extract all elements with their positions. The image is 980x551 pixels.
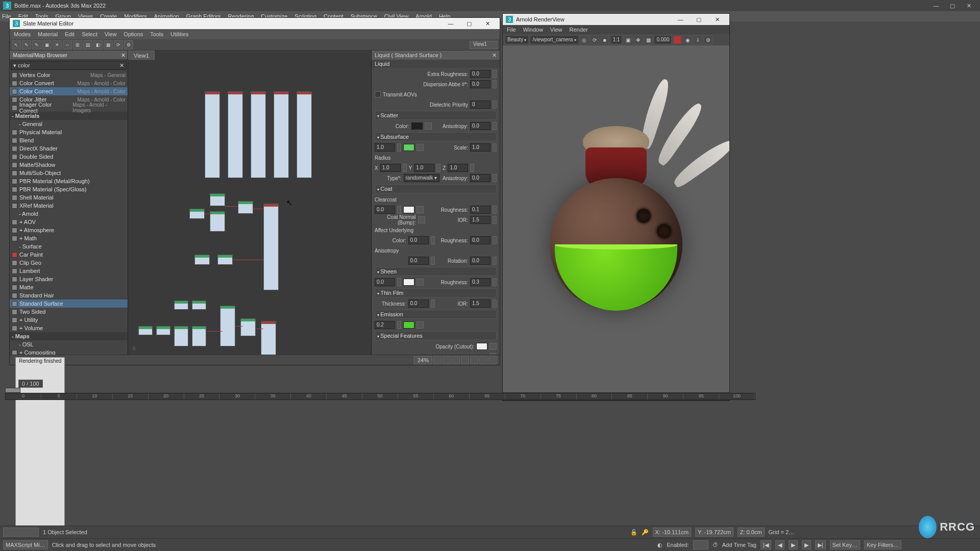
set-key-button[interactable]: Set Key…	[830, 540, 861, 549]
graph-node[interactable]	[263, 204, 279, 290]
maxscript-input[interactable]: MAXScript Mi…	[3, 540, 48, 549]
delete-icon[interactable]: ✕	[53, 40, 62, 49]
enabled-spinner[interactable]	[693, 540, 708, 549]
autokey-toggle[interactable]: ◐	[657, 542, 663, 548]
isolate-icon[interactable]: ▦	[644, 35, 653, 44]
browser-item[interactable]: DirectX Shader	[10, 144, 128, 153]
browser-item[interactable]: + AOV	[10, 218, 128, 226]
graph-node[interactable]	[174, 300, 188, 310]
slate-menu-edit[interactable]: Edit	[65, 31, 75, 37]
browser-item[interactable]: + Atmosphere	[10, 226, 128, 234]
aim-icon[interactable]: ◎	[580, 35, 589, 44]
refresh-icon[interactable]: ⟳	[114, 40, 123, 49]
graph-node[interactable]	[217, 255, 233, 265]
playback-next[interactable]: ▶	[802, 540, 811, 549]
pointer-icon[interactable]: ↖	[12, 40, 21, 49]
key-filters-button[interactable]: Key Filters…	[864, 540, 901, 549]
snapshot-icon[interactable]: ◉	[683, 35, 692, 44]
select-icon[interactable]	[461, 356, 469, 364]
show-icon[interactable]: ▤	[83, 40, 92, 49]
fit-icon[interactable]	[452, 356, 460, 364]
arnold-viewport[interactable]	[503, 45, 729, 392]
aov-dropdown[interactable]: Beauty	[505, 35, 529, 44]
slate-minimize-button[interactable]: —	[442, 20, 460, 27]
arnold-close-button[interactable]: ✕	[708, 16, 726, 23]
arnold-menu-file[interactable]: File	[507, 27, 516, 33]
slate-menu-options[interactable]: Options	[124, 31, 143, 37]
grid-icon[interactable]: ▦	[104, 40, 113, 49]
timeline-ruler[interactable]: 0510152025303540455055606570758085909510…	[5, 393, 755, 400]
browser-item[interactable]: + Utility	[10, 316, 128, 324]
browser-item[interactable]: - Arnold	[10, 210, 128, 218]
browser-close-icon[interactable]: ✕	[121, 51, 126, 60]
browser-item[interactable]: Imager Color CorrectMaps - Arnold - Imag…	[10, 104, 128, 112]
playback-prev[interactable]: ◀	[775, 540, 785, 549]
browser-item[interactable]: Vertex ColorMaps - General	[10, 71, 128, 79]
browser-item[interactable]: Shell Material	[10, 193, 128, 202]
eyedropper-icon[interactable]: ✎	[32, 40, 41, 49]
exposure-value[interactable]: 0.000	[654, 35, 672, 44]
browser-item[interactable]: Matte/Shadow	[10, 161, 128, 169]
playback-end[interactable]: ▶|	[815, 540, 826, 549]
browser-item[interactable]: Standard Hair	[10, 291, 128, 299]
slate-menu-material[interactable]: Material	[38, 31, 58, 37]
region-icon[interactable]: ▣	[623, 35, 632, 44]
zoom-icon[interactable]	[433, 356, 442, 364]
param-close-icon[interactable]: ✕	[492, 51, 497, 60]
move-icon[interactable]: ↔	[63, 40, 72, 49]
arnold-maximize-button[interactable]: ▢	[690, 16, 708, 23]
navigator-icon[interactable]: ⌂	[132, 344, 136, 350]
browser-item[interactable]: + Math	[10, 234, 128, 242]
browser-item[interactable]: PBR Material (Spec/Gloss)	[10, 185, 128, 193]
graph-node[interactable]	[174, 326, 188, 346]
search-clear-icon[interactable]: ✕	[119, 61, 124, 69]
brush-icon[interactable]: ✎	[22, 40, 31, 49]
param-section[interactable]: Thin Film	[375, 288, 497, 297]
record-icon[interactable]	[673, 35, 682, 44]
graph-node[interactable]	[194, 255, 210, 265]
layout-icon[interactable]: ⊞	[73, 40, 82, 49]
browser-item[interactable]: - OSL	[10, 340, 128, 348]
slate-close-button[interactable]: ✕	[478, 20, 497, 27]
slate-menu-utilities[interactable]: Utilities	[170, 31, 188, 37]
view-tab[interactable]: View1	[128, 51, 155, 60]
key-icon[interactable]: 🔑	[642, 529, 649, 536]
browser-item[interactable]: Double Sided	[10, 153, 128, 161]
coord-x[interactable]: X: -10.111cm	[653, 528, 691, 537]
slate-maximize-button[interactable]: ▢	[460, 20, 478, 27]
crop-icon[interactable]: ✥	[633, 35, 643, 44]
save-icon[interactable]: ⇩	[693, 35, 702, 44]
slate-menu-modes[interactable]: Modes	[14, 31, 31, 37]
browser-item[interactable]: Layer Shader	[10, 275, 128, 283]
arnold-menu-window[interactable]: Window	[523, 27, 543, 33]
ratio-display[interactable]: 1:1	[610, 35, 623, 44]
minimize-button[interactable]: —	[928, 3, 944, 9]
graph-node[interactable]	[297, 91, 312, 178]
slate-menu-view[interactable]: View	[105, 31, 117, 37]
coord-z[interactable]: Z: 0.0cm	[738, 528, 765, 537]
time-tag-icon[interactable]: ⏱	[713, 542, 718, 548]
browser-list[interactable]: Vertex ColorMaps - GeneralColor ConvertM…	[10, 71, 128, 355]
graph-node[interactable]	[228, 91, 243, 178]
maximize-button[interactable]: ▢	[944, 3, 961, 9]
layout-icon[interactable]	[470, 356, 478, 364]
browser-item[interactable]: + Volume	[10, 324, 128, 332]
param-list[interactable]: Extra Roughness:0.0Dispersion Abbe #*:0.…	[372, 68, 500, 355]
add-time-tag[interactable]: Add Time Tag	[722, 542, 756, 548]
graph-node[interactable]	[205, 91, 220, 178]
timeline-slider-handle[interactable]	[5, 388, 20, 393]
settings-icon[interactable]: ⚙	[124, 40, 133, 49]
refresh-icon[interactable]: ⟳	[590, 35, 599, 44]
assign-icon[interactable]: ▣	[42, 40, 52, 49]
extend-icon[interactable]	[488, 356, 497, 364]
browser-item[interactable]: Lambert	[10, 267, 128, 275]
browser-item[interactable]: - Surface	[10, 242, 128, 251]
graph-node[interactable]	[220, 306, 235, 346]
browser-item[interactable]: Blend	[10, 136, 128, 144]
arnold-menu-render[interactable]: Render	[570, 27, 588, 33]
playback-start[interactable]: |◀	[761, 540, 771, 549]
param-section[interactable]: Subsurface	[375, 132, 497, 141]
browser-item[interactable]: Clip Geo	[10, 259, 128, 267]
graph-node[interactable]	[274, 91, 289, 178]
browser-item[interactable]: Matte	[10, 283, 128, 291]
